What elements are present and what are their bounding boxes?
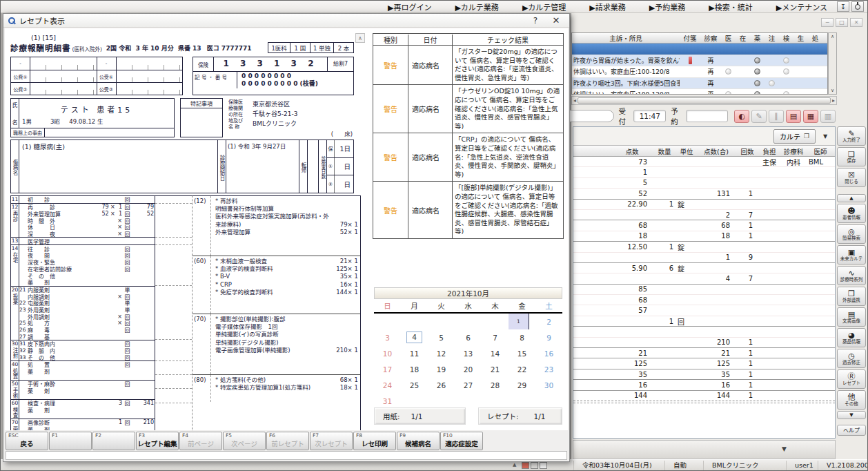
sidebar-button[interactable]: ✎ 入力終了 xyxy=(837,126,866,146)
karte-row[interactable]: 73 主保 内科 BML xyxy=(573,157,835,167)
calendar-day[interactable] xyxy=(374,314,401,329)
function-key[interactable]: F3 レセプト編集 xyxy=(136,432,179,450)
calendar-day[interactable]: 24 xyxy=(374,377,401,393)
patient-row[interactable]: 体調はいい。家庭血圧:100-120/8 再 xyxy=(572,66,827,78)
column-header[interactable]: 回数 xyxy=(736,146,758,156)
calendar-day[interactable]: 11 xyxy=(401,345,428,361)
patient-row[interactable]: 体調はいい。家庭血圧:100-120/8 再 xyxy=(572,89,827,95)
calendar-day[interactable]: 30 xyxy=(535,377,562,393)
sidebar-button[interactable]: ▤ 文書画像 xyxy=(837,307,866,327)
maximize-button[interactable]: □ xyxy=(836,18,848,27)
dialog-help-button[interactable]: ? xyxy=(527,16,544,26)
export-icon[interactable]: ↧ xyxy=(837,1,849,12)
function-key[interactable]: F4 前ページ xyxy=(179,432,222,450)
reception-icon-button[interactable]: ∥ xyxy=(769,110,784,123)
karte-row[interactable]: 18 18 1 xyxy=(573,231,835,242)
column-header[interactable]: 薬 xyxy=(750,33,765,43)
calendar-day[interactable]: 19 xyxy=(428,361,455,377)
warning-row[interactable]: 警告 適応病名 「ガスターD錠20mg」の適応について 傷病名、算定日等をご確認… xyxy=(373,46,563,85)
calendar-day[interactable]: 7 xyxy=(482,329,509,345)
calendar-day[interactable]: 16 xyxy=(535,345,562,361)
karte-dropdown-arrow-icon[interactable]: ▼ xyxy=(820,133,831,140)
sidebar-button[interactable]: ❏ 保存 xyxy=(837,147,866,166)
karte-row[interactable]: 35 35 1 xyxy=(573,369,835,380)
patient-row[interactable] xyxy=(572,44,827,55)
sidebar-button[interactable]: 他 その他 xyxy=(837,390,866,410)
calendar-day[interactable]: 29 xyxy=(509,377,535,393)
close-button[interactable]: ✕ xyxy=(850,18,862,27)
column-header[interactable]: 医 xyxy=(721,33,736,43)
calendar-day[interactable]: 9 xyxy=(535,329,562,345)
function-key[interactable]: F6 前レセプト xyxy=(266,432,309,450)
karte-row[interactable]: 144 144 1 xyxy=(573,391,835,401)
column-header[interactable]: 数量 xyxy=(652,146,677,156)
karte-row[interactable]: 85 xyxy=(573,285,835,295)
menu-item[interactable]: ▶メンテナンス xyxy=(776,1,827,12)
column-header[interactable]: 付箋 xyxy=(680,33,700,43)
calendar-day[interactable]: 10 xyxy=(374,345,401,361)
karte-row[interactable]: 68 xyxy=(573,295,835,305)
menu-item[interactable]: ▶検索・統計 xyxy=(709,1,752,12)
column-header[interactable]: 在 xyxy=(736,33,750,43)
calendar-day[interactable] xyxy=(455,314,482,329)
patient-row[interactable]: 昨夜から胃痛が始まった。胃薬を飲んで胃痛 再 xyxy=(572,55,827,67)
karte-row[interactable]: 2 7 xyxy=(573,210,835,220)
karte-row[interactable]: 1 xyxy=(573,167,835,177)
calendar-day[interactable] xyxy=(401,314,428,329)
karte-row[interactable]: 125 125 1 xyxy=(573,358,835,369)
sidebar-button[interactable]: ▲ xyxy=(837,194,866,202)
karte-row[interactable]: 5 xyxy=(573,178,835,189)
sidebar-button[interactable]: ❒ 外部連携 xyxy=(837,287,866,306)
sidebar-button[interactable]: ☻ 患者情報 xyxy=(837,204,866,223)
dialog-close-button[interactable]: ✕ xyxy=(548,15,564,26)
footer-dropdown-icon[interactable]: ▼ xyxy=(782,445,787,452)
function-key[interactable]: F10 適応症設定 xyxy=(440,432,483,450)
menu-item[interactable]: ▶請求業務 xyxy=(589,1,625,12)
calendar-day[interactable]: 20 xyxy=(455,361,482,377)
column-header[interactable]: 処 xyxy=(808,33,822,43)
karte-row[interactable]: 22.90 1 錠 xyxy=(573,200,835,210)
calendar-day[interactable]: 23 xyxy=(535,361,562,377)
calendar-day[interactable]: 21 xyxy=(482,361,509,377)
sidebar-button[interactable]: ☒ 閉じる xyxy=(837,168,866,187)
receipt-scroll-up-icon[interactable]: ∧ xyxy=(355,33,365,43)
column-header[interactable]: 点数 xyxy=(612,146,652,156)
scroll-left-icon[interactable]: ◂ xyxy=(573,97,576,104)
calendar-day[interactable]: 6 xyxy=(455,329,482,345)
karte-row[interactable]: 52 131 1 xyxy=(573,189,835,199)
scroll-down-icon[interactable]: ∨ xyxy=(831,88,834,93)
karte-row[interactable]: 68 68 1 xyxy=(573,220,835,231)
calendar-day[interactable]: 4 xyxy=(401,329,428,345)
reception-icon-button[interactable]: ▥ xyxy=(820,110,836,123)
reception-icon-button[interactable]: ◐ xyxy=(734,110,749,123)
calendar-day[interactable]: 1 xyxy=(509,314,529,329)
function-key[interactable]: F5 次ページ xyxy=(223,432,266,450)
sidebar-button[interactable]: ◕ 薬品情報 xyxy=(837,328,866,347)
calendar-day[interactable]: 26 xyxy=(428,377,455,393)
column-header[interactable]: 点数(合) xyxy=(696,146,736,156)
column-header[interactable]: 生 xyxy=(793,33,808,43)
patient-search-input[interactable] xyxy=(563,110,614,122)
menu-item[interactable]: ▶再ログイン xyxy=(388,1,431,12)
warning-row[interactable]: 警告 適応病名 「[腹部]単純撮影(デジタル撮影)」の適応について 傷病名、算定… xyxy=(373,182,563,238)
sidebar-button[interactable]: ▼ xyxy=(837,411,866,419)
reception-icon-button[interactable]: ▤ xyxy=(786,110,801,123)
menu-item[interactable]: ▶カルテ管理 xyxy=(522,1,566,12)
dialog-title-bar[interactable]: レセプト表示 ? ✕ xyxy=(3,14,569,28)
sidebar-button[interactable]: ▣ 未来カルテ xyxy=(837,245,866,265)
calendar-day[interactable] xyxy=(509,393,535,409)
column-header[interactable]: 負担 xyxy=(758,146,780,156)
calendar-day[interactable] xyxy=(482,314,509,329)
patient-list-scrollbar[interactable]: ∧ ∨ xyxy=(828,32,837,95)
function-key[interactable]: F8 レセ印刷 xyxy=(353,432,396,450)
karte-row[interactable]: 210 1 xyxy=(573,338,835,348)
power-icon[interactable] xyxy=(851,1,864,12)
menu-item[interactable]: ▶カルテ業務 xyxy=(455,1,498,12)
reception-icon-button[interactable]: ✎ xyxy=(751,110,767,123)
sidebar-button[interactable]: ∿ 診療時系列 xyxy=(837,266,866,285)
sidebar-button[interactable]: Ⓡ レセプト xyxy=(837,369,866,389)
karte-row[interactable]: 1 回 xyxy=(573,316,835,327)
calendar-day[interactable] xyxy=(428,314,455,329)
calendar-day[interactable]: 18 xyxy=(401,361,428,377)
menu-item[interactable]: ▶予約業務 xyxy=(649,1,685,12)
